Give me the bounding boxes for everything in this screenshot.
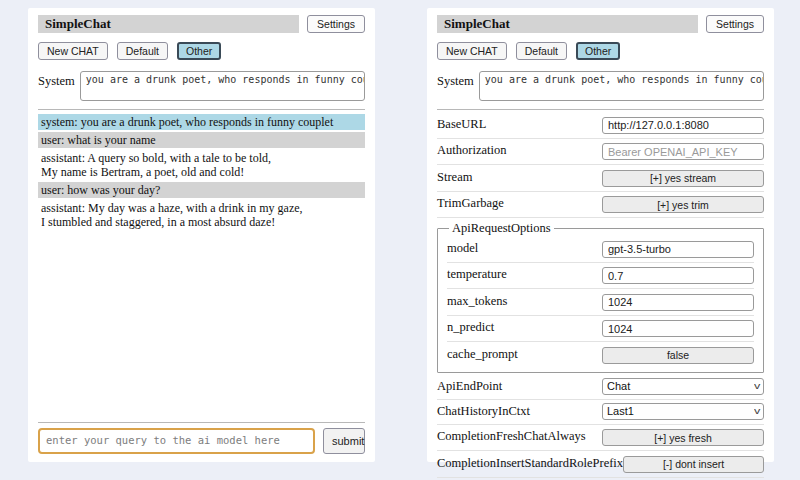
chat-message-user: user: how was your day? — [38, 182, 365, 198]
setting-label: cache_prompt — [447, 347, 518, 362]
settings-button[interactable]: Settings — [706, 15, 764, 33]
trimgarbage-toggle-button[interactable]: [+] yes trim — [602, 196, 764, 213]
setting-row-completionfreshchatalways: CompletionFreshChatAlways [+] yes fresh — [437, 425, 764, 452]
system-label: System — [38, 71, 75, 89]
chat-panel-header: SimpleChat Settings — [38, 15, 365, 33]
setting-row-n-predict: n_predict — [447, 316, 754, 343]
chat-message-user: user: what is your name — [38, 132, 365, 148]
completion-insert-toggle-button[interactable]: [-] dont insert — [623, 456, 764, 473]
setting-row-temperature: temperature — [447, 263, 754, 290]
session-buttons: New CHAT Default Other — [437, 42, 764, 60]
cache-prompt-toggle-button[interactable]: false — [602, 347, 754, 364]
session-other-button[interactable]: Other — [177, 42, 221, 60]
system-prompt-input[interactable]: you are a drunk poet, who responds in fu… — [479, 71, 764, 101]
settings-button[interactable]: Settings — [307, 15, 365, 33]
chat-messages: system: you are a drunk poet, who respon… — [38, 114, 365, 414]
settings-panel-header: SimpleChat Settings — [437, 15, 764, 33]
submit-button[interactable]: submit — [323, 428, 365, 454]
setting-row-authorization: Authorization — [437, 139, 764, 166]
chat-message-assistant: assistant: My day was a haze, with a dri… — [38, 200, 365, 230]
setting-row-cache-prompt: cache_prompt false — [447, 342, 754, 368]
setting-label: temperature — [447, 267, 507, 282]
settings-form: BaseURL Authorization Stream [+] yes str… — [437, 112, 764, 478]
api-request-options-fieldset: ApiRequestOptions model temperature max_… — [437, 221, 764, 373]
api-endpoint-select[interactable]: Chat v — [602, 378, 764, 395]
divider — [38, 422, 365, 423]
completion-fresh-toggle-button[interactable]: [+] yes fresh — [602, 429, 764, 446]
setting-label: ApiEndPoint — [437, 379, 502, 394]
session-default-button[interactable]: Default — [117, 42, 168, 60]
chat-panel: SimpleChat Settings New CHAT Default Oth… — [28, 8, 375, 462]
chat-message-system: system: you are a drunk poet, who respon… — [38, 114, 365, 130]
setting-label: BaseURL — [437, 117, 486, 132]
session-other-button[interactable]: Other — [576, 42, 620, 60]
query-row: submit — [38, 428, 365, 454]
divider — [38, 109, 365, 110]
setting-label: CompletionFreshChatAlways — [437, 429, 586, 444]
session-default-button[interactable]: Default — [516, 42, 567, 60]
max-tokens-input[interactable] — [602, 294, 754, 311]
session-buttons: New CHAT Default Other — [38, 42, 365, 60]
query-input[interactable] — [38, 428, 315, 454]
setting-label: max_tokens — [447, 294, 507, 309]
app-title: SimpleChat — [437, 15, 698, 33]
divider — [437, 109, 764, 110]
chevron-down-icon: v — [754, 381, 760, 391]
selected-value: Last1 — [607, 405, 634, 417]
setting-label: n_predict — [447, 320, 494, 335]
system-prompt-row: System you are a drunk poet, who respond… — [437, 71, 764, 101]
setting-label: model — [447, 241, 478, 256]
setting-row-baseurl: BaseURL — [437, 112, 764, 139]
stream-toggle-button[interactable]: [+] yes stream — [602, 170, 764, 187]
system-prompt-input[interactable]: you are a drunk poet, who responds in fu… — [80, 71, 365, 101]
chat-history-select[interactable]: Last1 v — [602, 403, 764, 420]
system-label: System — [437, 71, 474, 89]
fieldset-legend: ApiRequestOptions — [449, 221, 554, 236]
setting-row-apiendpoint: ApiEndPoint Chat v — [437, 375, 764, 400]
setting-label: Authorization — [437, 143, 506, 158]
chat-message-assistant: assistant: A query so bold, with a tale … — [38, 150, 365, 180]
temperature-input[interactable] — [602, 267, 754, 284]
setting-row-completioninsertstandardroleprefix: CompletionInsertStandardRolePrefix [-] d… — [437, 451, 764, 478]
app-title: SimpleChat — [38, 15, 299, 33]
model-input[interactable] — [602, 241, 754, 258]
setting-row-model: model — [447, 236, 754, 263]
setting-row-trimgarbage: TrimGarbage [+] yes trim — [437, 192, 764, 219]
chevron-down-icon: v — [754, 406, 760, 416]
selected-value: Chat — [607, 380, 630, 392]
setting-row-chathistoryinctxt: ChatHistoryInCtxt Last1 v — [437, 400, 764, 425]
n-predict-input[interactable] — [602, 320, 754, 337]
setting-label: CompletionInsertStandardRolePrefix — [437, 456, 623, 471]
setting-label: Stream — [437, 170, 472, 185]
setting-label: TrimGarbage — [437, 196, 504, 211]
settings-panel: SimpleChat Settings New CHAT Default Oth… — [427, 8, 774, 462]
setting-row-max-tokens: max_tokens — [447, 289, 754, 316]
system-prompt-row: System you are a drunk poet, who respond… — [38, 71, 365, 101]
page: SimpleChat Settings New CHAT Default Oth… — [0, 0, 800, 462]
new-chat-button[interactable]: New CHAT — [437, 42, 507, 60]
setting-label: ChatHistoryInCtxt — [437, 404, 530, 419]
authorization-input[interactable] — [602, 143, 764, 160]
new-chat-button[interactable]: New CHAT — [38, 42, 108, 60]
baseurl-input[interactable] — [602, 117, 764, 134]
setting-row-stream: Stream [+] yes stream — [437, 165, 764, 192]
